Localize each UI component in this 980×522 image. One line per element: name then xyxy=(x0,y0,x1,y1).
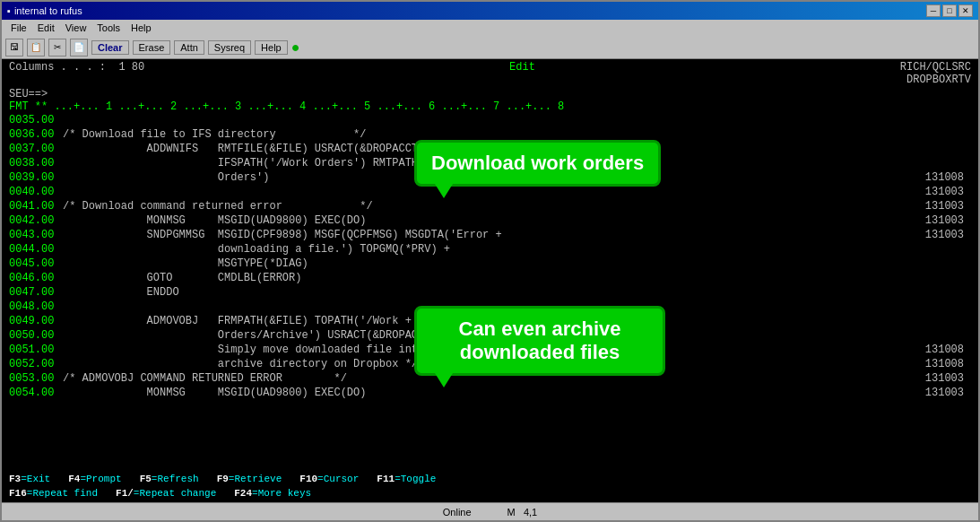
toolbar-icon2[interactable]: 📋 xyxy=(27,39,45,57)
clear-button[interactable]: Clear xyxy=(91,40,129,55)
menu-help[interactable]: Help xyxy=(126,22,157,34)
toolbar-icon3[interactable]: ✂ xyxy=(48,39,66,57)
fkey-line2: F16=Repeat find F1/=Repeat change F24=Mo… xyxy=(9,486,971,500)
ruler-text: FMT ** ...+... 1 ...+... 2 ...+... 3 ...… xyxy=(9,100,564,113)
table-row: 0047.00 ENDDO xyxy=(9,285,971,300)
maximize-button[interactable]: □ xyxy=(942,4,957,17)
table-row: 0043.00 SNDPGMMSG MSGID(CPF9898) MSGF(QC… xyxy=(9,228,971,242)
window-title: internal to rufus xyxy=(14,5,82,16)
status-online: Online xyxy=(443,507,472,518)
table-row: 0046.00 GOTO CMDLBL(ERROR) xyxy=(9,271,971,285)
table-row: 0042.00 MONMSG MSGID(UAD9800) EXEC(DO)13… xyxy=(9,213,971,228)
minimize-button[interactable]: ─ xyxy=(926,4,941,17)
toolbar-icon4[interactable]: 📄 xyxy=(70,39,88,57)
fkey-f24[interactable]: F24=More keys xyxy=(234,486,311,500)
editor-header: Columns . . . : 1 80 Edit RICH/QCLSRC DR… xyxy=(2,59,978,88)
fkey-f4[interactable]: F4=Prompt xyxy=(68,472,121,486)
sysreq-button[interactable]: Sysreq xyxy=(208,40,251,55)
toolbar-icon1[interactable]: 🖫 xyxy=(5,39,23,57)
status-bar: Online M 4,1 xyxy=(2,502,978,520)
line-right-0054: 131003 xyxy=(925,386,964,400)
seu-line: SEU==> xyxy=(2,88,978,100)
line-right-0053: 131003 xyxy=(925,371,964,386)
fkey-f5[interactable]: F5=Refresh xyxy=(140,472,199,486)
fkey-f3[interactable]: F3=Exit xyxy=(9,472,50,486)
main-window: ▪ internal to rufus ─ □ ✕ File Edit View… xyxy=(0,0,980,522)
table-row: 0035.00 xyxy=(9,113,971,127)
title-bar-left: ▪ internal to rufus xyxy=(7,5,82,16)
ruler-line: FMT ** ...+... 1 ...+... 2 ...+... 3 ...… xyxy=(2,100,978,113)
help-icon: ● xyxy=(291,39,300,56)
callout-download: Download work orders xyxy=(414,140,661,187)
status-mode: M 4,1 xyxy=(507,507,538,518)
line-right-0052: 131008 xyxy=(925,357,964,371)
erase-button[interactable]: Erase xyxy=(133,40,171,55)
line-right-0041: 131003 xyxy=(925,199,964,213)
table-row: 0054.00 MONMSG MSGID(UAD9800) EXEC(DO)13… xyxy=(9,386,971,400)
fkey-f9[interactable]: F9=Retrieve xyxy=(217,472,282,486)
menu-view[interactable]: View xyxy=(60,22,92,34)
help-button[interactable]: Help xyxy=(255,40,288,55)
code-area[interactable]: 0035.00 0036.00/* Download file to IFS d… xyxy=(2,113,978,470)
function-keys: F3=Exit F4=Prompt F5=Refresh F9=Retrieve… xyxy=(2,470,978,502)
editor-area: Columns . . . : 1 80 Edit RICH/QCLSRC DR… xyxy=(2,59,978,502)
fkey-f11[interactable]: F11=Toggle xyxy=(377,472,436,486)
title-bar-buttons: ─ □ ✕ xyxy=(926,4,973,17)
right-top: RICH/QCLSRC xyxy=(900,61,971,74)
title-bar: ▪ internal to rufus ─ □ ✕ xyxy=(2,2,978,20)
table-row: 0040.00131003 xyxy=(9,185,971,199)
menu-tools[interactable]: Tools xyxy=(91,22,126,34)
line-right-0051: 131008 xyxy=(925,343,964,357)
line-right-0043: 131003 xyxy=(925,228,964,242)
window-icon: ▪ xyxy=(7,5,11,16)
close-button[interactable]: ✕ xyxy=(958,4,973,17)
menu-bar: File Edit View Tools Help xyxy=(2,20,978,36)
table-row: 0041.00/* Download command returned erro… xyxy=(9,199,971,213)
toolbar: 🖫 📋 ✂ 📄 Clear Erase Attn Sysreq Help ● xyxy=(2,36,978,59)
line-right-0042: 131003 xyxy=(925,213,964,228)
line-right-0040: 131003 xyxy=(925,185,964,199)
right-bottom: DROPBOXRTV xyxy=(906,74,971,86)
table-row: 0044.00 downloading a file.') TOPGMQ(*PR… xyxy=(9,242,971,257)
menu-edit[interactable]: Edit xyxy=(32,22,60,34)
seu-label: SEU==> xyxy=(9,88,48,100)
line-right-0039: 131008 xyxy=(925,170,964,185)
edit-label: Edit xyxy=(144,61,900,86)
fkey-line1: F3=Exit F4=Prompt F5=Refresh F9=Retrieve… xyxy=(9,472,971,486)
attn-button[interactable]: Attn xyxy=(174,40,204,55)
table-row: 0045.00 MSGTYPE(*DIAG) xyxy=(9,257,971,271)
callout-archive: Can even archive downloaded files xyxy=(414,306,665,376)
fkey-f10[interactable]: F10=Cursor xyxy=(299,472,359,486)
fkey-f1slash[interactable]: F1/=Repeat change xyxy=(116,486,216,500)
menu-file[interactable]: File xyxy=(5,22,32,34)
columns-label: Columns . . . : 1 80 xyxy=(9,61,144,86)
fkey-f16[interactable]: F16=Repeat find xyxy=(9,486,98,500)
